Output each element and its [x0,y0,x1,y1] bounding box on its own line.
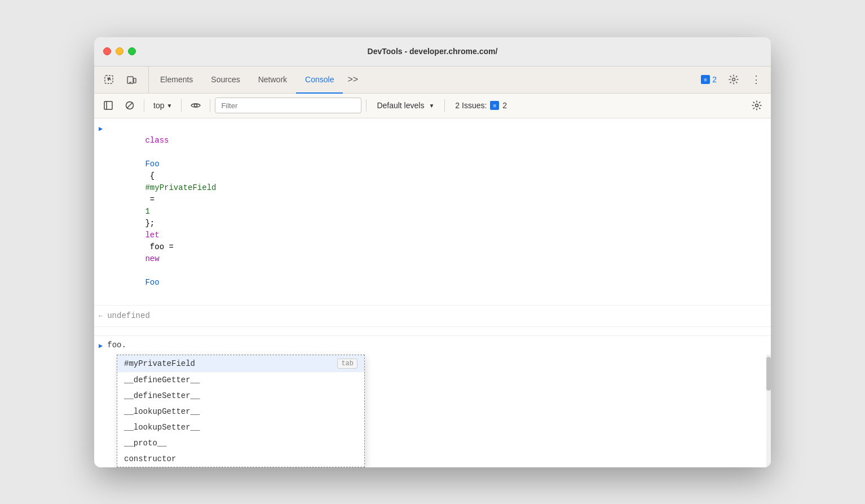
titlebar: DevTools - developer.chrome.com/ [94,37,771,67]
return-arrow: ← [99,311,103,321]
autocomplete-container: #myPrivateField tab __defineGetter__ __d… [117,355,771,467]
tab-right-actions: ≡ 2 ⋮ [696,67,766,93]
separator-1 [144,99,144,112]
autocomplete-text-0: #myPrivateField [124,359,195,368]
autocomplete-text-3: __lookupGetter__ [124,407,200,416]
autocomplete-item-6[interactable]: constructor [117,451,364,467]
chevron-down-icon: ▼ [166,103,172,109]
svg-rect-5 [104,101,112,109]
context-selector[interactable]: top ▼ [149,99,176,112]
keyword-new: new [145,254,159,263]
svg-line-8 [127,103,133,108]
sidebar-toggle-button[interactable] [99,96,118,115]
close-button[interactable] [103,47,111,55]
message-badge-icon: ≡ [701,75,710,84]
chevron-down-icon-levels: ▼ [429,103,434,109]
devtools-tabbar: Elements Sources Network Console >> ≡ 2 [94,67,771,94]
tab-icon-group [99,67,149,93]
console-input-text: foo. [107,341,126,350]
num-value: 1 [145,207,149,216]
svg-point-10 [756,104,758,107]
separator-5 [444,99,445,112]
maximize-button[interactable] [128,47,136,55]
tab-console[interactable]: Console [296,67,343,94]
tab-spacer [363,67,696,93]
log-levels-button[interactable]: Default levels ▼ [371,99,440,112]
class-name-foo: Foo [145,160,159,169]
tab-sources[interactable]: Sources [202,67,249,94]
autocomplete-item-2[interactable]: __defineSetter__ [117,388,364,404]
svg-rect-2 [134,78,136,83]
keyword-class: class [145,136,169,145]
sidebar-icon [103,100,113,110]
more-options-button[interactable]: ⋮ [746,69,766,90]
autocomplete-text-5: __proto__ [124,439,167,448]
autocomplete-item-5[interactable]: __proto__ [117,435,364,451]
autocomplete-item-0[interactable]: #myPrivateField tab [117,355,364,372]
autocomplete-item-4[interactable]: __lookupSetter__ [117,419,364,435]
eye-icon-button[interactable] [186,96,205,115]
more-tabs-button[interactable]: >> [343,67,363,93]
inspect-icon-button[interactable] [99,69,119,90]
devtools-window: DevTools - developer.chrome.com/ Element… [94,37,771,467]
traffic-lights [103,47,136,55]
device-icon [126,74,136,85]
window-title: DevTools - developer.chrome.com/ [368,47,498,56]
separator-3 [210,99,210,112]
expand-chevron-1[interactable]: ▶ [99,124,103,134]
separator-2 [181,99,182,112]
issues-message-icon: ≡ [490,101,499,110]
cursor-icon [104,74,114,85]
console-entry-1: ▶ class Foo { #myPrivateField = 1 }; let… [94,118,771,306]
svg-point-4 [732,78,735,81]
autocomplete-scrollbar-thumb[interactable] [766,357,771,391]
undefined-value: undefined [107,310,150,322]
autocomplete-text-6: constructor [124,454,176,463]
gear-icon [729,74,739,85]
device-toggle-button[interactable] [121,69,142,90]
autocomplete-item-1[interactable]: __defineGetter__ [117,372,364,388]
issues-tab-badge[interactable]: ≡ 2 [696,73,721,86]
console-code-1: class Foo { #myPrivateField = 1 }; let f… [107,123,216,300]
autocomplete-dropdown: #myPrivateField tab __defineGetter__ __d… [117,355,365,467]
tab-elements[interactable]: Elements [151,67,202,94]
separator-4 [366,99,367,112]
minimize-button[interactable] [116,47,123,55]
autocomplete-scrollbar [766,355,771,467]
console-entry-2: ← undefined [94,306,771,327]
autocomplete-text-2: __defineSetter__ [124,391,200,400]
input-chevron[interactable]: ▶ [99,342,103,350]
settings-button[interactable] [723,69,744,90]
console-settings-button[interactable] [747,96,766,115]
filter-input[interactable] [215,98,361,113]
ban-icon [125,100,135,110]
eye-icon [191,100,201,110]
class-ref-foo: Foo [145,278,159,287]
autocomplete-text-1: __defineGetter__ [124,375,200,384]
console-spacer [94,327,771,336]
svg-point-9 [195,104,197,107]
tab-network[interactable]: Network [249,67,296,94]
console-toolbar: top ▼ Default levels ▼ 2 Issues: ≡ 2 [94,94,771,118]
autocomplete-item-3[interactable]: __lookupGetter__ [117,404,364,419]
clear-console-button[interactable] [120,96,139,115]
autocomplete-tab-hint: tab [337,359,358,369]
gear-icon-toolbar [752,100,762,110]
keyword-let: let [145,231,159,240]
autocomplete-text-4: __lookupSetter__ [124,423,200,432]
ellipsis-icon: ⋮ [751,74,761,85]
console-entry-3: ▶ foo. [94,336,771,355]
console-body: ▶ class Foo { #myPrivateField = 1 }; let… [94,118,771,467]
field-name: #myPrivateField [145,183,216,192]
issues-button[interactable]: 2 Issues: ≡ 2 [449,99,513,112]
